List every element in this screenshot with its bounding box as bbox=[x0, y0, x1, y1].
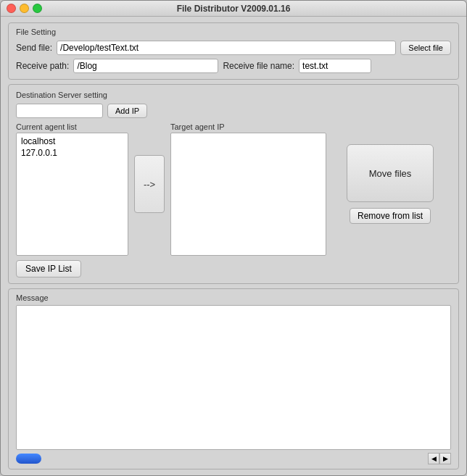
window-title: File Distributor V2009.01.16 bbox=[177, 4, 291, 14]
current-agent-label: Current agent list bbox=[16, 122, 128, 131]
send-file-input[interactable] bbox=[57, 41, 396, 55]
send-file-label: Send file: bbox=[16, 43, 52, 53]
message-title: Message bbox=[16, 293, 451, 302]
message-footer: ◀ ▶ bbox=[16, 453, 451, 464]
send-file-row: Send file: Select file bbox=[16, 41, 451, 55]
main-window: File Distributor V2009.01.16 File Settin… bbox=[0, 0, 467, 476]
transfer-arrow-button[interactable]: --> bbox=[134, 155, 165, 213]
move-files-button[interactable]: Move files bbox=[347, 144, 434, 202]
close-button[interactable] bbox=[7, 4, 16, 13]
add-ip-button[interactable]: Add IP bbox=[107, 104, 147, 118]
target-agent-label: Target agent IP bbox=[170, 122, 326, 131]
agents-row: Current agent list localhost 127.0.0.1 -… bbox=[16, 122, 451, 256]
minimize-button[interactable] bbox=[20, 4, 29, 13]
receive-path-label: Receive path: bbox=[16, 61, 69, 71]
file-setting-title: File Setting bbox=[16, 28, 451, 36]
title-bar: File Distributor V2009.01.16 bbox=[1, 1, 466, 17]
scroll-arrows: ◀ ▶ bbox=[428, 453, 451, 464]
window-content: File Setting Send file: Select file Rece… bbox=[1, 17, 466, 475]
save-ip-list-button[interactable]: Save IP List bbox=[16, 260, 81, 277]
action-col: Move files Remove from list bbox=[329, 122, 451, 246]
current-agent-col: Current agent list localhost 127.0.0.1 bbox=[16, 122, 128, 256]
window-controls bbox=[7, 4, 42, 13]
list-item[interactable]: localhost bbox=[19, 135, 125, 147]
destination-title: Destination Server setting bbox=[16, 91, 451, 99]
list-item[interactable]: 127.0.0.1 bbox=[19, 147, 125, 159]
current-agent-list[interactable]: localhost 127.0.0.1 bbox=[16, 133, 128, 256]
maximize-button[interactable] bbox=[33, 4, 42, 13]
select-file-button[interactable]: Select file bbox=[400, 41, 451, 55]
receive-path-input[interactable] bbox=[73, 59, 218, 73]
remove-from-list-button[interactable]: Remove from list bbox=[350, 208, 431, 224]
scroll-left-button[interactable]: ◀ bbox=[428, 453, 439, 464]
scroll-right-button[interactable]: ▶ bbox=[439, 453, 451, 464]
target-agent-col: Target agent IP bbox=[170, 122, 326, 256]
message-area[interactable] bbox=[16, 305, 451, 450]
destination-section: Destination Server setting Add IP Curren… bbox=[8, 84, 459, 284]
arrow-col: --> bbox=[131, 122, 168, 246]
progress-indicator bbox=[16, 454, 41, 464]
receive-file-name-input[interactable] bbox=[299, 59, 371, 73]
receive-path-row: Receive path: Receive file name: bbox=[16, 59, 451, 73]
ip-row: Add IP bbox=[16, 104, 451, 118]
message-section: Message ◀ ▶ bbox=[8, 288, 459, 469]
save-row: Save IP List bbox=[16, 260, 451, 277]
file-setting-section: File Setting Send file: Select file Rece… bbox=[8, 22, 459, 80]
target-agent-list[interactable] bbox=[170, 133, 326, 256]
receive-file-name-label: Receive file name: bbox=[223, 61, 294, 71]
ip-input[interactable] bbox=[16, 104, 103, 118]
